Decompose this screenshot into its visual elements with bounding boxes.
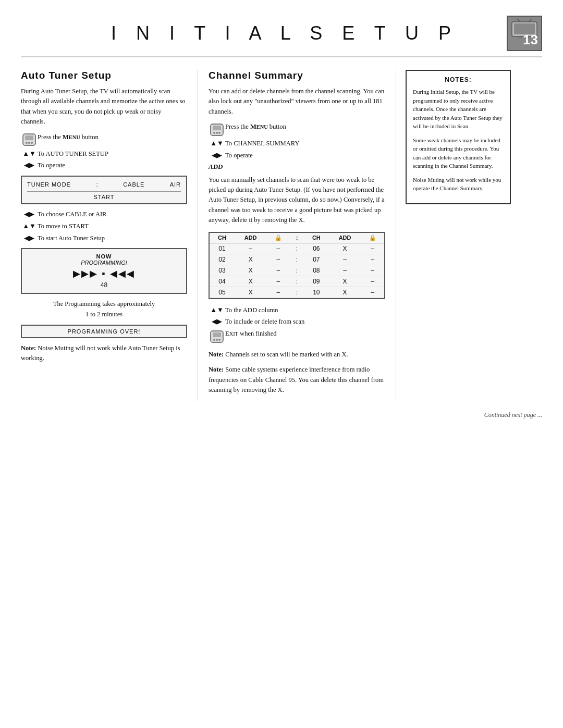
col-sep: : xyxy=(290,233,304,243)
col-ch2: CH xyxy=(304,233,329,243)
channel-table-head: CH ADD 🔒 : CH ADD 🔒 xyxy=(210,233,384,243)
table-cell: – xyxy=(361,265,384,276)
channel-table-body: 01––:06X–02X–:07––03X–:08––04X–:09X–05X–… xyxy=(210,243,384,298)
instr-menu: Press the MENU button xyxy=(21,132,187,147)
tuner-screen: TUNER MODE : CABLE AIR START xyxy=(21,176,187,204)
table-cell: : xyxy=(290,254,304,265)
table-row: 04X–:09X– xyxy=(210,276,384,287)
step-arrow-ud-icon: ▲▼ xyxy=(209,305,225,314)
step-include-delete-text: To include or delete from scan xyxy=(225,317,385,327)
tuner-air-label: AIR xyxy=(170,181,181,188)
note-label: Note: xyxy=(21,344,36,352)
table-cell: 05 xyxy=(210,287,235,298)
svg-line-5 xyxy=(529,19,532,22)
table-cell: X xyxy=(329,287,361,298)
start-label: START xyxy=(27,191,181,200)
ch-instr-summary: ▲▼ To CHANNEL SUMMARY xyxy=(209,139,385,149)
auto-tuner-section: Auto Tuner Setup During Auto Tuner Setup… xyxy=(21,70,198,401)
step-cable-air-text: To choose CABLE or AIR xyxy=(38,209,187,219)
table-cell: 09 xyxy=(304,276,329,287)
table-cell: X xyxy=(235,254,267,265)
notes-box: NOTES: During Initial Setup, the TV will… xyxy=(406,70,511,204)
table-cell: – xyxy=(266,276,290,287)
table-row: 05X–:10X– xyxy=(210,287,384,298)
table-cell: 06 xyxy=(304,243,329,254)
arrow-lr-icon: ◀▶ xyxy=(21,161,38,169)
ch-note2-label: Note: xyxy=(209,366,224,373)
svg-line-4 xyxy=(517,19,520,22)
prog-now: NOW xyxy=(27,253,181,260)
svg-point-14 xyxy=(216,132,218,134)
tuner-mode-label: TUNER MODE xyxy=(27,181,71,188)
ch-arrow-ud-icon: ▲▼ xyxy=(209,139,225,147)
step-exit: EXIT when finished xyxy=(209,329,385,343)
notes-section: NOTES: During Initial Setup, the TV will… xyxy=(396,70,511,401)
svg-point-19 xyxy=(216,339,218,341)
table-cell: 04 xyxy=(210,276,235,287)
auto-tuner-intro: During Auto Tuner Setup, the TV will aut… xyxy=(21,87,187,127)
step-start-ats-text: To start Auto Tuner Setup xyxy=(38,233,187,243)
notes-para-2: Some weak channels may be included or om… xyxy=(413,136,504,170)
auto-tuner-note: Note: Noise Muting will not work while A… xyxy=(21,343,187,364)
tuner-cable-label: CABLE xyxy=(123,181,144,188)
col-add2: ADD xyxy=(329,233,361,243)
table-cell: 03 xyxy=(210,265,235,276)
channel-summary-intro: You can add or delete channels from the … xyxy=(209,87,385,117)
step-include-delete: ◀▶ To include or delete from scan xyxy=(209,317,385,327)
prog-number: 48 xyxy=(27,281,181,289)
col-lock2: 🔒 xyxy=(361,233,384,243)
ch-remote-svg xyxy=(210,123,224,137)
arrow-ud-icon-2: ▲▼ xyxy=(21,221,38,230)
timing-text: The Programming takes approximately1 to … xyxy=(21,299,187,319)
channel-summary-heading: Channel Summary xyxy=(209,70,385,81)
notes-heading: NOTES: xyxy=(413,76,504,83)
notes-para-1: During Initial Setup, the TV will be pro… xyxy=(413,88,504,131)
page: I N I T I A L S E T U P 13 Auto Tuner Se… xyxy=(0,0,563,728)
svg-point-10 xyxy=(31,142,33,144)
page-title: I N I T I A L S E T U P xyxy=(21,22,507,44)
step-move-start-text: To move to START xyxy=(38,221,187,231)
table-cell: – xyxy=(329,254,361,265)
add-description: You can manually set channels to scan th… xyxy=(209,175,385,226)
svg-point-15 xyxy=(218,132,221,134)
exit-remote-svg xyxy=(210,330,224,343)
remote-svg xyxy=(22,133,36,146)
instr-to-operate: ◀▶ To operate xyxy=(21,161,187,170)
step-start-ats: ◀▶ To start Auto Tuner Setup xyxy=(21,233,187,243)
step-move-start: ▲▼ To move to START xyxy=(21,221,187,231)
col-add1: ADD xyxy=(235,233,267,243)
table-cell: – xyxy=(266,243,290,254)
ch-note2: Note: Some cable systems experience inte… xyxy=(209,365,385,395)
table-cell: 10 xyxy=(304,287,329,298)
exit-button-icon xyxy=(209,329,225,343)
table-cell: 01 xyxy=(210,243,235,254)
menu-button-icon xyxy=(21,132,38,147)
notes-para-3: Noise Muting will not work while you ope… xyxy=(413,176,504,193)
tuner-mode-sep: : xyxy=(96,181,97,188)
table-cell: 02 xyxy=(210,254,235,265)
tuner-mode-row: TUNER MODE : CABLE AIR xyxy=(27,180,181,189)
table-cell: – xyxy=(266,287,290,298)
instr-operate-text: To operate xyxy=(38,161,187,170)
ch-arrow-lr-icon: ◀▶ xyxy=(209,151,225,159)
table-cell: – xyxy=(361,276,384,287)
table-cell: – xyxy=(266,254,290,265)
ch-note1-label: Note: xyxy=(209,351,224,358)
table-cell: X xyxy=(235,276,267,287)
svg-point-13 xyxy=(213,132,215,134)
instr-to-ats: ▲▼ To AUTO TUNER SETUP xyxy=(21,149,187,159)
step-exit-text: EXIT when finished xyxy=(225,329,385,339)
table-cell: – xyxy=(266,265,290,276)
svg-point-18 xyxy=(213,339,215,341)
arrow-lr-icon-2: ◀▶ xyxy=(21,209,38,218)
continued-footer: Continued next page ... xyxy=(21,411,542,419)
table-cell: 07 xyxy=(304,254,329,265)
prog-arrows: ▶▶▶ ▪ ◀◀◀ xyxy=(27,268,181,279)
channel-summary-section: Channel Summary You can add or delete ch… xyxy=(198,70,396,401)
svg-rect-7 xyxy=(25,135,33,140)
prog-programming: PROGRAMMING! xyxy=(27,260,181,266)
channel-table: CH ADD 🔒 : CH ADD 🔒 01––:06X–02X–:07––03… xyxy=(209,232,385,299)
ch-instr-menu: Press the MENU button xyxy=(209,122,385,137)
table-row: 03X–:08–– xyxy=(210,265,384,276)
arrow-ud-icon: ▲▼ xyxy=(21,149,38,158)
